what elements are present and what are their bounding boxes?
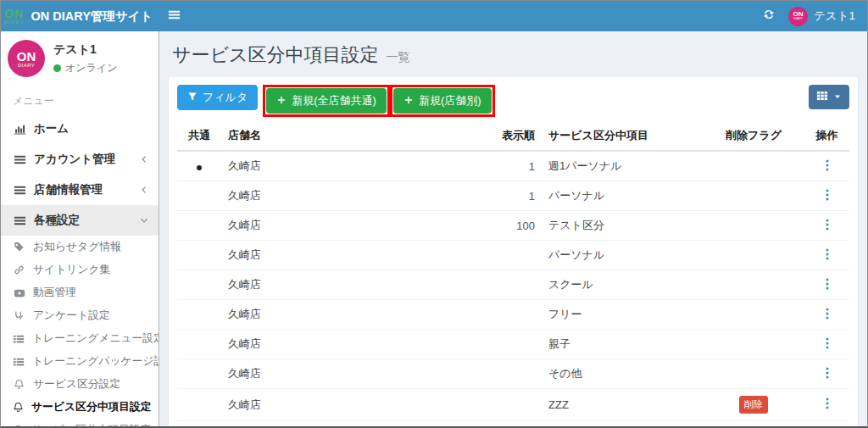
cell-common xyxy=(177,300,221,330)
sidebar-subitem[interactable]: トレーニングパッケージ設定 xyxy=(1,350,159,373)
table-row: 久崎店その他 xyxy=(177,359,849,389)
row-actions-button[interactable] xyxy=(822,397,832,409)
table-row: 久崎店フリー xyxy=(177,300,849,330)
sidebar-subitem-label: サイトリンク集 xyxy=(33,263,110,277)
cell-actions xyxy=(804,330,849,359)
bell-icon xyxy=(13,402,24,413)
table-row: 久崎店スクール xyxy=(177,270,849,300)
bars-icon xyxy=(13,184,26,197)
sidebar-subitem[interactable]: サービス区分大項目設定 xyxy=(1,419,159,426)
sidebar-item[interactable]: ホーム xyxy=(1,114,159,144)
chevron-left-icon xyxy=(140,155,148,164)
sidebar-item[interactable]: アカウント管理 xyxy=(1,144,159,175)
sidebar-subitem-label: サービス区分大項目設定 xyxy=(31,423,152,426)
cell-store-name: 久崎店 xyxy=(221,389,494,421)
cell-category-item: テスト区分 xyxy=(542,211,703,241)
row-actions-button[interactable] xyxy=(822,337,832,349)
top-navbar: ON DIARY ON DIARY管理サイト ON DIARY テスト1 xyxy=(1,1,867,31)
new-per-store-button[interactable]: 新規(店舗別) xyxy=(393,88,492,114)
sidebar-item-label: アカウント管理 xyxy=(34,152,115,167)
filter-button[interactable]: フィルタ xyxy=(177,85,258,110)
sidebar-subitem[interactable]: お知らせタグ情報 xyxy=(1,236,159,258)
toolbar: フィルタ 新規(全店舗共通) 新規(店舗別) xyxy=(177,85,849,117)
sidebar-subitem[interactable]: サービス区分中項目設定 xyxy=(1,396,159,419)
user-menu[interactable]: ON DIARY テスト1 xyxy=(783,7,867,26)
cell-delete-flag: 削除 xyxy=(703,389,804,421)
cell-store-name: 久崎店 xyxy=(221,359,494,389)
cell-actions xyxy=(804,300,849,330)
brand-logo-top: ON xyxy=(4,8,24,19)
sidebar-user-name: テスト1 xyxy=(53,42,117,58)
cell-store-name: 久崎店 xyxy=(221,181,494,211)
sidebar-item[interactable]: 店舗情報管理 xyxy=(1,175,159,205)
sidebar-subitem-label: トレーニングメニュー設定 xyxy=(32,331,159,346)
page-title: サービス区分中項目設定 xyxy=(172,42,379,68)
sidebar-subitem[interactable]: アンケート設定 xyxy=(1,304,159,327)
delete-badge: 削除 xyxy=(739,396,768,414)
cell-display-order xyxy=(494,359,542,389)
row-actions-button[interactable] xyxy=(822,367,832,379)
cell-delete-flag xyxy=(703,151,804,181)
page-subtitle: 一覧 xyxy=(387,50,410,65)
sidebar-submenu: お知らせタグ情報サイトリンク集動画管理アンケート設定トレーニングメニュー設定トレ… xyxy=(1,236,159,426)
table-row: 久崎店パーソナル xyxy=(177,241,849,270)
cell-common xyxy=(177,359,221,389)
list-icon xyxy=(13,356,25,368)
cell-store-name: 久崎店 xyxy=(221,241,494,270)
content-card: フィルタ 新規(全店舗共通) 新規(店舗別) xyxy=(169,77,858,426)
app-window: ON DIARY ON DIARY管理サイト ON DIARY テスト1 ON … xyxy=(0,0,868,428)
cell-store-name: 久崎店 xyxy=(221,300,494,330)
cell-store-name: 久崎店 xyxy=(221,211,494,241)
table-row: 久崎店1パーソナル xyxy=(177,181,849,211)
column-header-order: 表示順 xyxy=(494,122,542,151)
cell-actions xyxy=(804,241,849,270)
sidebar-subitem-label: サービス区分中項目設定 xyxy=(31,400,152,414)
cell-common xyxy=(177,421,221,427)
cell-category-item: スクール xyxy=(542,270,703,300)
sidebar-toggle-button[interactable] xyxy=(159,1,188,31)
plus-icon xyxy=(403,95,414,108)
sidebar-subitem[interactable]: トレーニングメニュー設定 xyxy=(1,327,159,350)
table-row: 久崎店100テスト区分 xyxy=(177,211,849,241)
brand-logo-bottom: DIARY xyxy=(4,19,24,25)
row-actions-button[interactable] xyxy=(822,189,832,201)
brand-logo-icon: ON DIARY xyxy=(4,8,24,25)
link-icon xyxy=(13,264,25,275)
cell-category-item: 週1パーソナル xyxy=(542,151,703,181)
chevron-left-icon xyxy=(140,186,148,194)
list-icon xyxy=(13,333,25,345)
sidebar-subitem[interactable]: サイトリンク集 xyxy=(1,258,159,281)
cell-delete-flag xyxy=(703,181,804,211)
main-content: サービス区分中項目設定 一覧 フィルタ 新規(全店舗共通) xyxy=(159,31,867,426)
row-actions-button[interactable] xyxy=(822,248,832,260)
sidebar-user-panel: ON DIARY テスト1 オンライン xyxy=(1,31,159,87)
refresh-icon xyxy=(763,8,775,24)
cell-category-item: ZZZ xyxy=(542,389,703,421)
cell-display-order: 1 xyxy=(494,151,542,181)
cell-delete-flag xyxy=(703,421,804,427)
row-actions-button[interactable] xyxy=(822,308,832,320)
sidebar-item[interactable]: 各種設定 xyxy=(1,205,159,236)
service-category-table: 共通 店舗名 表示順 サービス区分中項目 削除フラグ 操作 久崎店1週1パーソナ… xyxy=(177,122,849,426)
cell-actions xyxy=(804,421,849,427)
new-all-stores-button[interactable]: 新規(全店舗共通) xyxy=(266,88,387,114)
sidebar-subitem[interactable]: サービス区分設定 xyxy=(1,373,159,396)
cell-common xyxy=(177,181,221,211)
refresh-button[interactable] xyxy=(754,1,783,31)
row-actions-button[interactable] xyxy=(822,159,832,171)
cell-delete-flag xyxy=(703,241,804,270)
sidebar-subitem-label: トレーニングパッケージ設定 xyxy=(32,354,159,369)
cell-category-item: パーソナル xyxy=(542,181,703,211)
cell-actions xyxy=(804,270,849,300)
table-row: 久崎店親子 xyxy=(177,330,849,359)
navbar-brand[interactable]: ON DIARY ON DIARY管理サイト xyxy=(1,8,159,25)
row-actions-button[interactable] xyxy=(822,219,832,231)
plus-icon xyxy=(276,95,287,108)
sidebar-subitem[interactable]: 動画管理 xyxy=(1,281,159,304)
cell-display-order xyxy=(494,330,542,359)
cell-category-item: フリー xyxy=(542,300,703,330)
table-view-button[interactable] xyxy=(809,85,849,109)
cell-category-item: 週1パーソナル xyxy=(542,421,703,427)
row-actions-button[interactable] xyxy=(822,278,832,290)
cell-store-name: 新宮町市野保店 xyxy=(221,421,494,427)
